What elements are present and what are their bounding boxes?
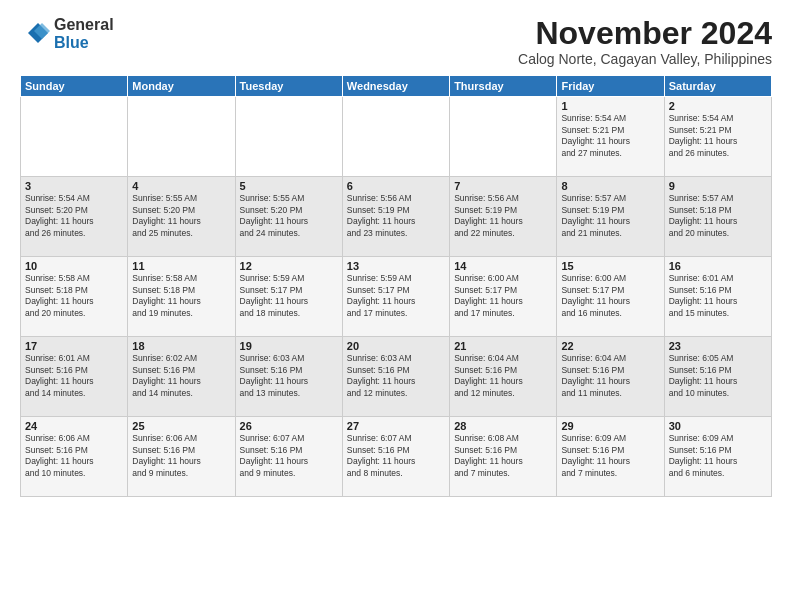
calendar-cell: 2Sunrise: 5:54 AM Sunset: 5:21 PM Daylig… (664, 97, 771, 177)
day-number: 18 (132, 340, 230, 352)
header-sunday: Sunday (21, 76, 128, 97)
day-info: Sunrise: 6:04 AM Sunset: 5:16 PM Dayligh… (454, 353, 552, 399)
calendar-cell: 14Sunrise: 6:00 AM Sunset: 5:17 PM Dayli… (450, 257, 557, 337)
day-info: Sunrise: 5:58 AM Sunset: 5:18 PM Dayligh… (25, 273, 123, 319)
day-number: 22 (561, 340, 659, 352)
calendar-cell: 8Sunrise: 5:57 AM Sunset: 5:19 PM Daylig… (557, 177, 664, 257)
day-number: 14 (454, 260, 552, 272)
day-number: 6 (347, 180, 445, 192)
day-number: 28 (454, 420, 552, 432)
header-thursday: Thursday (450, 76, 557, 97)
calendar-cell: 6Sunrise: 5:56 AM Sunset: 5:19 PM Daylig… (342, 177, 449, 257)
day-info: Sunrise: 5:58 AM Sunset: 5:18 PM Dayligh… (132, 273, 230, 319)
day-number: 29 (561, 420, 659, 432)
day-info: Sunrise: 6:08 AM Sunset: 5:16 PM Dayligh… (454, 433, 552, 479)
day-number: 23 (669, 340, 767, 352)
day-info: Sunrise: 6:01 AM Sunset: 5:16 PM Dayligh… (669, 273, 767, 319)
day-info: Sunrise: 5:57 AM Sunset: 5:18 PM Dayligh… (669, 193, 767, 239)
calendar-cell: 17Sunrise: 6:01 AM Sunset: 5:16 PM Dayli… (21, 337, 128, 417)
day-number: 24 (25, 420, 123, 432)
logo: General Blue (20, 16, 114, 51)
title-area: November 2024 Calog Norte, Cagayan Valle… (518, 16, 772, 67)
calendar-cell: 29Sunrise: 6:09 AM Sunset: 5:16 PM Dayli… (557, 417, 664, 497)
day-info: Sunrise: 6:00 AM Sunset: 5:17 PM Dayligh… (454, 273, 552, 319)
day-number: 16 (669, 260, 767, 272)
subtitle: Calog Norte, Cagayan Valley, Philippines (518, 51, 772, 67)
calendar-cell: 9Sunrise: 5:57 AM Sunset: 5:18 PM Daylig… (664, 177, 771, 257)
calendar-cell: 21Sunrise: 6:04 AM Sunset: 5:16 PM Dayli… (450, 337, 557, 417)
day-number: 21 (454, 340, 552, 352)
day-number: 12 (240, 260, 338, 272)
week-row-4: 24Sunrise: 6:06 AM Sunset: 5:16 PM Dayli… (21, 417, 772, 497)
calendar-body: 1Sunrise: 5:54 AM Sunset: 5:21 PM Daylig… (21, 97, 772, 497)
header-tuesday: Tuesday (235, 76, 342, 97)
day-number: 5 (240, 180, 338, 192)
day-number: 27 (347, 420, 445, 432)
calendar-cell: 1Sunrise: 5:54 AM Sunset: 5:21 PM Daylig… (557, 97, 664, 177)
day-info: Sunrise: 5:57 AM Sunset: 5:19 PM Dayligh… (561, 193, 659, 239)
calendar-cell (342, 97, 449, 177)
day-info: Sunrise: 5:59 AM Sunset: 5:17 PM Dayligh… (240, 273, 338, 319)
day-info: Sunrise: 5:54 AM Sunset: 5:21 PM Dayligh… (669, 113, 767, 159)
day-number: 20 (347, 340, 445, 352)
week-row-2: 10Sunrise: 5:58 AM Sunset: 5:18 PM Dayli… (21, 257, 772, 337)
day-info: Sunrise: 5:55 AM Sunset: 5:20 PM Dayligh… (132, 193, 230, 239)
calendar-cell: 10Sunrise: 5:58 AM Sunset: 5:18 PM Dayli… (21, 257, 128, 337)
day-number: 4 (132, 180, 230, 192)
logo-general: General (54, 16, 114, 34)
calendar-cell (235, 97, 342, 177)
calendar-cell: 24Sunrise: 6:06 AM Sunset: 5:16 PM Dayli… (21, 417, 128, 497)
day-number: 3 (25, 180, 123, 192)
day-info: Sunrise: 6:00 AM Sunset: 5:17 PM Dayligh… (561, 273, 659, 319)
day-info: Sunrise: 6:07 AM Sunset: 5:16 PM Dayligh… (347, 433, 445, 479)
calendar-cell: 5Sunrise: 5:55 AM Sunset: 5:20 PM Daylig… (235, 177, 342, 257)
page: General Blue November 2024 Calog Norte, … (0, 0, 792, 612)
calendar-header: SundayMondayTuesdayWednesdayThursdayFrid… (21, 76, 772, 97)
day-number: 30 (669, 420, 767, 432)
week-row-1: 3Sunrise: 5:54 AM Sunset: 5:20 PM Daylig… (21, 177, 772, 257)
logo-text: General Blue (54, 16, 114, 51)
calendar-cell: 7Sunrise: 5:56 AM Sunset: 5:19 PM Daylig… (450, 177, 557, 257)
day-number: 19 (240, 340, 338, 352)
day-number: 8 (561, 180, 659, 192)
day-info: Sunrise: 5:54 AM Sunset: 5:21 PM Dayligh… (561, 113, 659, 159)
day-info: Sunrise: 6:07 AM Sunset: 5:16 PM Dayligh… (240, 433, 338, 479)
day-info: Sunrise: 6:04 AM Sunset: 5:16 PM Dayligh… (561, 353, 659, 399)
calendar-table: SundayMondayTuesdayWednesdayThursdayFrid… (20, 75, 772, 497)
day-number: 11 (132, 260, 230, 272)
calendar-cell: 27Sunrise: 6:07 AM Sunset: 5:16 PM Dayli… (342, 417, 449, 497)
day-info: Sunrise: 5:54 AM Sunset: 5:20 PM Dayligh… (25, 193, 123, 239)
day-number: 7 (454, 180, 552, 192)
header-wednesday: Wednesday (342, 76, 449, 97)
calendar-cell: 3Sunrise: 5:54 AM Sunset: 5:20 PM Daylig… (21, 177, 128, 257)
day-info: Sunrise: 6:06 AM Sunset: 5:16 PM Dayligh… (25, 433, 123, 479)
day-number: 13 (347, 260, 445, 272)
calendar-cell: 12Sunrise: 5:59 AM Sunset: 5:17 PM Dayli… (235, 257, 342, 337)
calendar-cell: 26Sunrise: 6:07 AM Sunset: 5:16 PM Dayli… (235, 417, 342, 497)
day-number: 15 (561, 260, 659, 272)
day-info: Sunrise: 6:09 AM Sunset: 5:16 PM Dayligh… (561, 433, 659, 479)
day-info: Sunrise: 6:05 AM Sunset: 5:16 PM Dayligh… (669, 353, 767, 399)
calendar-cell: 11Sunrise: 5:58 AM Sunset: 5:18 PM Dayli… (128, 257, 235, 337)
day-info: Sunrise: 5:56 AM Sunset: 5:19 PM Dayligh… (454, 193, 552, 239)
day-info: Sunrise: 6:03 AM Sunset: 5:16 PM Dayligh… (347, 353, 445, 399)
calendar-cell: 23Sunrise: 6:05 AM Sunset: 5:16 PM Dayli… (664, 337, 771, 417)
calendar-cell: 4Sunrise: 5:55 AM Sunset: 5:20 PM Daylig… (128, 177, 235, 257)
logo-icon (20, 19, 50, 49)
day-info: Sunrise: 5:59 AM Sunset: 5:17 PM Dayligh… (347, 273, 445, 319)
calendar-cell (21, 97, 128, 177)
calendar-cell: 30Sunrise: 6:09 AM Sunset: 5:16 PM Dayli… (664, 417, 771, 497)
calendar-cell: 15Sunrise: 6:00 AM Sunset: 5:17 PM Dayli… (557, 257, 664, 337)
day-info: Sunrise: 6:09 AM Sunset: 5:16 PM Dayligh… (669, 433, 767, 479)
calendar-cell (450, 97, 557, 177)
day-number: 1 (561, 100, 659, 112)
calendar-cell: 16Sunrise: 6:01 AM Sunset: 5:16 PM Dayli… (664, 257, 771, 337)
logo-blue-text: Blue (54, 34, 114, 52)
header-monday: Monday (128, 76, 235, 97)
day-info: Sunrise: 6:02 AM Sunset: 5:16 PM Dayligh… (132, 353, 230, 399)
header-row: SundayMondayTuesdayWednesdayThursdayFrid… (21, 76, 772, 97)
calendar-cell: 20Sunrise: 6:03 AM Sunset: 5:16 PM Dayli… (342, 337, 449, 417)
calendar-cell: 25Sunrise: 6:06 AM Sunset: 5:16 PM Dayli… (128, 417, 235, 497)
header-saturday: Saturday (664, 76, 771, 97)
month-title: November 2024 (518, 16, 772, 51)
